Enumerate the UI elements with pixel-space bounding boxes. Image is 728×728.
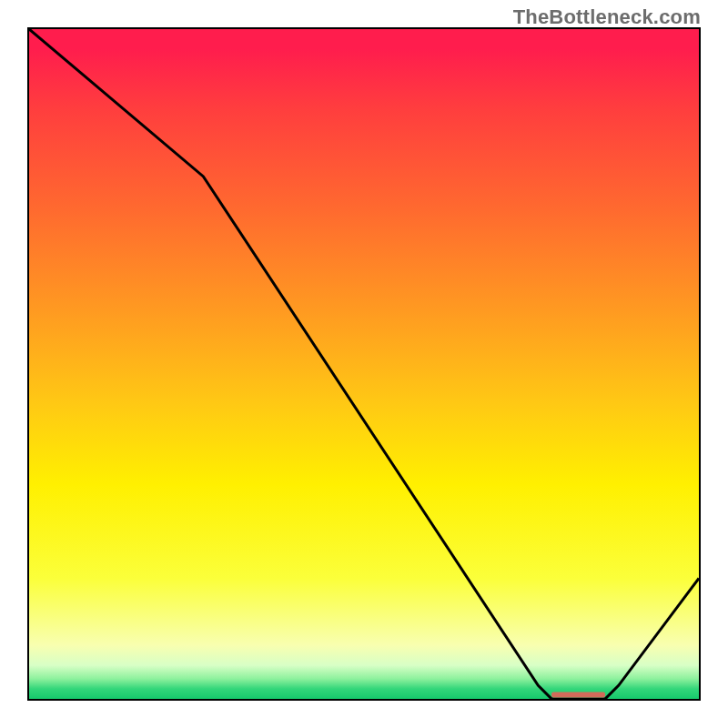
watermark-text: TheBottleneck.com xyxy=(513,5,701,29)
curve-svg xyxy=(29,29,699,699)
plot-area xyxy=(27,27,701,701)
chart-container: TheBottleneck.com xyxy=(0,0,728,728)
bottleneck-curve xyxy=(29,29,699,699)
optimal-range-marker xyxy=(551,693,605,698)
